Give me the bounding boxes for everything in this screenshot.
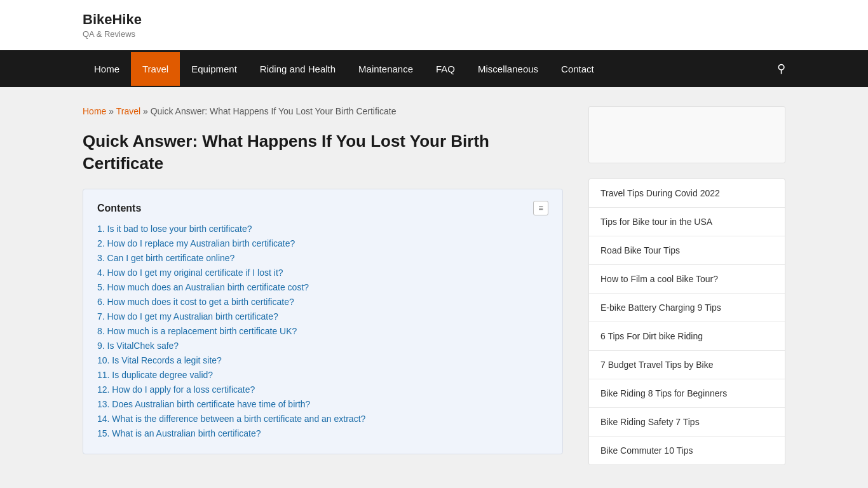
- breadcrumb: Home » Travel » Quick Answer: What Happe…: [83, 106, 563, 116]
- contents-link[interactable]: 15. What is an Australian birth certific…: [97, 428, 261, 438]
- contents-link[interactable]: 8. How much is a replacement birth certi…: [97, 326, 297, 336]
- list-item: 2. How do I replace my Australian birth …: [97, 238, 548, 248]
- nav-home[interactable]: Home: [83, 52, 131, 86]
- contents-toggle-button[interactable]: ≡: [533, 201, 548, 215]
- sidebar-link[interactable]: Bike Riding Safety 7 Tips: [589, 408, 785, 437]
- list-item: 3. Can I get birth certificate online?: [97, 252, 548, 263]
- contents-header: Contents ≡: [97, 201, 548, 215]
- list-item: 8. How much is a replacement birth certi…: [97, 325, 548, 336]
- sidebar-link[interactable]: Tips for Bike tour in the USA: [589, 208, 785, 236]
- list-item: 13. Does Australian birth certificate ha…: [97, 398, 548, 409]
- contents-link[interactable]: 2. How do I replace my Australian birth …: [97, 238, 295, 248]
- contents-link[interactable]: 7. How do I get my Australian birth cert…: [97, 311, 278, 322]
- nav-maintenance[interactable]: Maintenance: [347, 52, 424, 86]
- list-item: 12. How do I apply for a loss certificat…: [97, 384, 548, 395]
- main-content: Home » Travel » Quick Answer: What Happe…: [83, 106, 563, 480]
- list-item: 9. Is VitalChek safe?: [97, 340, 548, 351]
- sidebar-link[interactable]: 7 Budget Travel Tips by Bike: [589, 351, 785, 379]
- nav-equipment[interactable]: Equipment: [180, 52, 248, 86]
- nav-riding-health[interactable]: Riding and Health: [248, 52, 347, 86]
- main-nav: Home Travel Equipment Riding and Health …: [0, 50, 868, 87]
- list-item: 6. How much does it cost to get a birth …: [97, 296, 548, 307]
- contents-link[interactable]: 10. Is Vital Records a legit site?: [97, 355, 222, 365]
- nav-contact[interactable]: Contact: [550, 52, 606, 86]
- nav-faq[interactable]: FAQ: [424, 52, 466, 86]
- breadcrumb-home[interactable]: Home: [83, 106, 106, 116]
- contents-link[interactable]: 13. Does Australian birth certificate ha…: [97, 399, 310, 409]
- contents-link[interactable]: 1. Is it bad to lose your birth certific…: [97, 224, 252, 234]
- list-item: 7. How do I get my Australian birth cert…: [97, 311, 548, 322]
- list-item: 15. What is an Australian birth certific…: [97, 428, 548, 438]
- list-item: 11. Is duplicate degree valid?: [97, 369, 548, 380]
- sidebar-link[interactable]: Bike Commuter 10 Tips: [589, 437, 785, 464]
- nav-miscellaneous[interactable]: Miscellaneous: [466, 52, 550, 86]
- list-item: 14. What is the difference between a bir…: [97, 413, 548, 424]
- page-title: Quick Answer: What Happens If You Lost Y…: [83, 130, 563, 175]
- contents-link[interactable]: 3. Can I get birth certificate online?: [97, 253, 234, 263]
- list-item: 4. How do I get my original certificate …: [97, 267, 548, 278]
- contents-box: Contents ≡ 1. Is it bad to lose your bir…: [83, 189, 563, 454]
- search-icon[interactable]: ⚲: [777, 50, 785, 87]
- contents-link[interactable]: 12. How do I apply for a loss certificat…: [97, 384, 255, 395]
- sidebar-link[interactable]: Bike Riding 8 Tips for Beginners: [589, 379, 785, 408]
- sidebar-link[interactable]: Road Bike Tour Tips: [589, 236, 785, 265]
- contents-link[interactable]: 11. Is duplicate degree valid?: [97, 370, 213, 380]
- sidebar-link[interactable]: 6 Tips For Dirt bike Riding: [589, 322, 785, 351]
- sidebar: Travel Tips During Covid 2022Tips for Bi…: [588, 106, 785, 480]
- list-item: 10. Is Vital Records a legit site?: [97, 355, 548, 365]
- contents-link[interactable]: 4. How do I get my original certificate …: [97, 268, 283, 278]
- contents-link[interactable]: 5. How much does an Australian birth cer…: [97, 282, 309, 292]
- contents-link[interactable]: 14. What is the difference between a bir…: [97, 414, 365, 424]
- sidebar-links-widget: Travel Tips During Covid 2022Tips for Bi…: [588, 179, 785, 465]
- contents-link[interactable]: 9. Is VitalChek safe?: [97, 341, 179, 351]
- site-subtitle: QA & Reviews: [83, 29, 785, 39]
- contents-link[interactable]: 6. How much does it cost to get a birth …: [97, 297, 294, 307]
- site-header: BikeHike QA & Reviews: [0, 0, 868, 50]
- site-title[interactable]: BikeHike: [83, 11, 785, 28]
- sidebar-link[interactable]: E-bike Battery Charging 9 Tips: [589, 294, 785, 322]
- list-item: 5. How much does an Australian birth cer…: [97, 281, 548, 292]
- sidebar-link[interactable]: How to Film a cool Bike Tour?: [589, 265, 785, 294]
- contents-list: 1. Is it bad to lose your birth certific…: [97, 223, 548, 438]
- breadcrumb-current: Quick Answer: What Happens If You Lost Y…: [151, 106, 397, 116]
- sidebar-ad: [588, 106, 785, 163]
- contents-title: Contents: [97, 203, 141, 214]
- page-wrap: Home » Travel » Quick Answer: What Happe…: [0, 87, 868, 488]
- list-item: 1. Is it bad to lose your birth certific…: [97, 223, 548, 234]
- sidebar-link[interactable]: Travel Tips During Covid 2022: [589, 179, 785, 208]
- breadcrumb-travel[interactable]: Travel: [116, 106, 140, 116]
- nav-travel[interactable]: Travel: [131, 52, 180, 86]
